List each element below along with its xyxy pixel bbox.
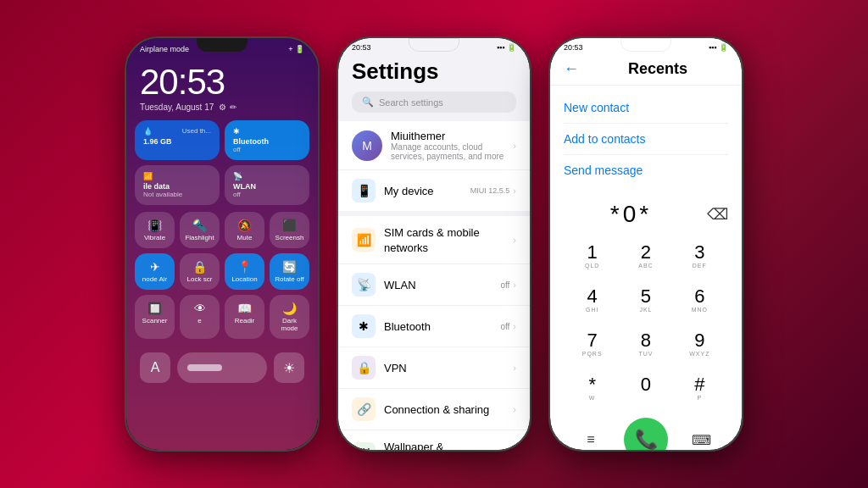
wlan-tile[interactable]: 📡 WLAN off (225, 165, 309, 205)
wallpaper-row[interactable]: 🖼 Wallpaper & personalization › (338, 430, 530, 450)
add-to-contacts-option[interactable]: Add to contacts (564, 124, 728, 155)
font-button[interactable]: A (140, 352, 170, 383)
key-4[interactable]: 4 GHI (567, 280, 617, 321)
connection-label: Connection & sharing (384, 403, 489, 416)
phone-3: 20:53 ▪▪▪ 🔋 ← Recents New contact Add to… (548, 36, 743, 452)
vpn-row[interactable]: 🔒 VPN › (338, 347, 530, 389)
keypad-toggle-button[interactable]: ⌨ (686, 424, 716, 450)
bluetooth-chevron: › (513, 321, 516, 331)
lockscreen-tile[interactable]: 🔒 Lock scr (180, 253, 220, 290)
key-0[interactable]: 0 (620, 369, 670, 409)
cc-main-tiles: 💧 Used th... 1.96 GB ✱ Bluetooth off 📶 i… (126, 114, 318, 212)
connection-icon: 🔗 (357, 402, 371, 416)
key-8-letters: TUV (638, 351, 653, 358)
storage-value: 1.96 GB (143, 137, 211, 146)
reader-label: Readir (235, 317, 255, 324)
wifi-icon: 📡 (233, 172, 242, 180)
wlan-icon-bg: 📡 (352, 273, 376, 297)
search-icon: 🔍 (362, 97, 374, 108)
bluetooth-row[interactable]: ✱ Bluetooth off › (338, 306, 530, 347)
key-5-num: 5 (641, 287, 651, 306)
key-6[interactable]: 6 MNO (675, 280, 725, 321)
key-7[interactable]: 7 PQRS (567, 324, 617, 365)
bluetooth-tile[interactable]: ✱ Bluetooth off (225, 120, 309, 160)
flashlight-tile[interactable]: 🔦 Flashlight (180, 212, 220, 248)
key-3[interactable]: 3 DEF (675, 236, 725, 277)
clock: 20:53 (140, 62, 304, 103)
eye-label: e (198, 317, 201, 324)
wlan-row[interactable]: 📡 WLAN off › (338, 264, 530, 306)
vibrate-tile[interactable]: 📳 Vibrate (135, 212, 175, 248)
connection-row[interactable]: 🔗 Connection & sharing › (338, 389, 530, 430)
key-3-num: 3 (694, 243, 704, 262)
rotate-tile[interactable]: 🔄 Rotate off (270, 253, 309, 290)
mute-label: Mute (237, 234, 253, 241)
lock-icon: 🔒 (183, 260, 216, 274)
call-button[interactable]: 📞 (624, 418, 668, 450)
screenshot-icon: ⬛ (273, 219, 306, 232)
bluetooth-tile-icon: ✱ (233, 127, 240, 136)
location-tile[interactable]: 📍 Location (225, 253, 264, 290)
key-5[interactable]: 5 JKL (620, 280, 670, 321)
sim-row[interactable]: 📶 SIM cards & mobile networks › (338, 216, 530, 264)
key-4-num: 4 (587, 287, 598, 306)
key-1[interactable]: 1 QLD (567, 236, 617, 277)
brightness-button[interactable]: ☀ (274, 352, 304, 383)
scanner-label: Scanner (142, 317, 168, 324)
mute-tile[interactable]: 🔕 Mute (225, 212, 264, 248)
time-2: 20:53 (352, 43, 371, 52)
scanner-tile[interactable]: 🔲 Scanner (135, 295, 175, 339)
mobile-data-tile[interactable]: 📶 ile data Not available (135, 165, 220, 205)
airplane-tile[interactable]: ✈ node Air (135, 253, 175, 290)
device-text: My device (384, 183, 462, 198)
settings-search[interactable]: 🔍 Search settings (352, 92, 516, 113)
darkmode-tile[interactable]: 🌙 Dark mode (270, 295, 309, 339)
keypad-icon: ⌨ (692, 432, 711, 448)
profile-row[interactable]: M Miuithemer Manage accounts, cloud serv… (338, 121, 530, 170)
phone-3-screen: 20:53 ▪▪▪ 🔋 ← Recents New contact Add to… (550, 38, 742, 450)
key-9[interactable]: 9 WXYZ (675, 324, 725, 365)
key-star-num: * (588, 375, 596, 394)
my-device-row[interactable]: 📱 My device MIUI 12.5.5 › (338, 170, 530, 211)
key-2[interactable]: 2 ABC (620, 236, 670, 277)
airplane-mode-label: Airplane mode (140, 45, 189, 53)
device-chevron: › (513, 186, 516, 196)
wlan-text: WLAN (384, 277, 492, 292)
settings-items-section: 📶 SIM cards & mobile networks › 📡 WLAN o… (338, 216, 530, 450)
screenshot-label: Screensh (275, 234, 304, 241)
key-hash[interactable]: # P (675, 369, 725, 409)
vibrate-icon: 📳 (138, 219, 171, 232)
key-3-letters: DEF (693, 263, 707, 270)
airplane-label: node Air (142, 275, 167, 283)
reader-tile[interactable]: 📖 Readir (225, 295, 264, 339)
connection-icon-bg: 🔗 (352, 397, 376, 421)
sun-icon: ☀ (283, 360, 295, 376)
scanner-icon: 🔲 (138, 302, 171, 315)
bluetooth-icon: ✱ (359, 319, 369, 333)
key-4-letters: GHI (586, 307, 598, 314)
wlan-tile-label: WLAN (233, 182, 301, 191)
profile-text: Miuithemer Manage accounts, cloud servic… (391, 130, 504, 161)
key-8[interactable]: 8 TUV (620, 324, 670, 365)
new-contact-option[interactable]: New contact (564, 92, 728, 124)
time-display: 20:53 Tuesday, August 17 ⚙ ✏ (126, 57, 318, 114)
date-line: Tuesday, August 17 ⚙ ✏ (140, 103, 304, 112)
delete-button[interactable]: ⌫ (707, 205, 728, 224)
send-message-option[interactable]: Send message (564, 155, 728, 186)
key-star[interactable]: * W (567, 369, 617, 409)
wallpaper-chevron: › (513, 449, 516, 450)
phone-2-screen: 20:53 ▪▪▪ 🔋 Settings 🔍 Search settings M… (338, 38, 530, 450)
phone1-dock: A ☀ (126, 346, 318, 390)
storage-tile[interactable]: 💧 Used th... 1.96 GB (135, 120, 220, 160)
back-button[interactable]: ← (564, 60, 579, 78)
my-device-label: My device (384, 185, 434, 197)
menu-icon: ≡ (587, 432, 594, 447)
eye-tile[interactable]: 👁 e (180, 295, 220, 339)
menu-button[interactable]: ≡ (576, 424, 606, 450)
airplane-icon: ✈ (138, 260, 171, 274)
key-0-num: 0 (641, 375, 651, 394)
key-6-letters: MNO (692, 307, 708, 314)
brightness-slider[interactable] (177, 352, 267, 383)
key-hash-letters: P (697, 395, 702, 402)
screenshot-tile[interactable]: ⬛ Screensh (270, 212, 309, 248)
